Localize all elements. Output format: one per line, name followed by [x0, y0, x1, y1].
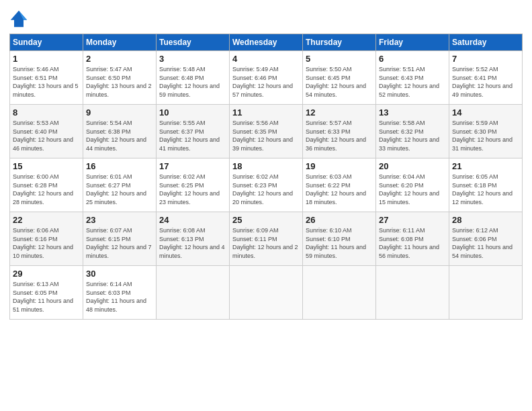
calendar-cell: 13Sunrise: 5:58 AMSunset: 6:32 PMDayligh…: [376, 105, 449, 158]
day-info: Sunrise: 6:02 AMSunset: 6:25 PMDaylight:…: [159, 173, 220, 205]
day-info: Sunrise: 6:00 AMSunset: 6:28 PMDaylight:…: [13, 173, 73, 205]
day-number: 26: [306, 215, 373, 225]
day-number: 14: [452, 107, 519, 118]
col-header-tuesday: Tuesday: [157, 34, 230, 51]
day-info: Sunrise: 5:48 AMSunset: 6:48 PMDaylight:…: [159, 66, 220, 98]
calendar-cell: 8Sunrise: 5:53 AMSunset: 6:40 PMDaylight…: [10, 105, 83, 158]
day-number: 28: [452, 215, 519, 225]
col-header-saturday: Saturday: [449, 34, 523, 51]
day-info: Sunrise: 6:08 AMSunset: 6:13 PMDaylight:…: [159, 227, 225, 259]
day-number: 25: [232, 215, 300, 225]
day-info: Sunrise: 5:54 AMSunset: 6:38 PMDaylight:…: [86, 120, 146, 152]
calendar-cell: 20Sunrise: 6:04 AMSunset: 6:20 PMDayligh…: [376, 158, 449, 212]
day-info: Sunrise: 6:03 AMSunset: 6:22 PMDaylight:…: [306, 173, 366, 205]
calendar-cell: 12Sunrise: 5:57 AMSunset: 6:33 PMDayligh…: [303, 105, 376, 158]
day-number: 16: [86, 161, 153, 171]
calendar-cell: 9Sunrise: 5:54 AMSunset: 6:38 PMDaylight…: [83, 105, 157, 158]
week-row-1: 1Sunrise: 5:46 AMSunset: 6:51 PMDaylight…: [10, 51, 523, 105]
day-number: 2: [86, 54, 153, 64]
calendar-table: SundayMondayTuesdayWednesdayThursdayFrid…: [9, 34, 523, 320]
calendar-cell: 7Sunrise: 5:52 AMSunset: 6:41 PMDaylight…: [449, 51, 523, 105]
calendar-cell: 25Sunrise: 6:09 AMSunset: 6:11 PMDayligh…: [230, 212, 303, 266]
day-info: Sunrise: 5:49 AMSunset: 6:46 PMDaylight:…: [232, 66, 293, 98]
day-number: 22: [13, 215, 80, 225]
calendar-cell: 6Sunrise: 5:51 AMSunset: 6:43 PMDaylight…: [376, 51, 449, 105]
day-info: Sunrise: 5:55 AMSunset: 6:37 PMDaylight:…: [159, 120, 220, 152]
day-info: Sunrise: 5:47 AMSunset: 6:50 PMDaylight:…: [86, 66, 152, 98]
day-info: Sunrise: 5:56 AMSunset: 6:35 PMDaylight:…: [232, 120, 293, 152]
col-header-friday: Friday: [376, 34, 449, 51]
calendar-container: SundayMondayTuesdayWednesdayThursdayFrid…: [0, 0, 532, 326]
day-number: 27: [379, 215, 446, 225]
calendar-cell: [157, 266, 230, 320]
calendar-cell: 29Sunrise: 6:13 AMSunset: 6:05 PMDayligh…: [10, 266, 83, 320]
day-number: 18: [232, 161, 300, 171]
week-row-5: 29Sunrise: 6:13 AMSunset: 6:05 PMDayligh…: [10, 266, 523, 320]
calendar-cell: 11Sunrise: 5:56 AMSunset: 6:35 PMDayligh…: [230, 105, 303, 158]
calendar-cell: 26Sunrise: 6:10 AMSunset: 6:10 PMDayligh…: [303, 212, 376, 266]
calendar-cell: 23Sunrise: 6:07 AMSunset: 6:15 PMDayligh…: [83, 212, 157, 266]
calendar-cell: [230, 266, 303, 320]
day-info: Sunrise: 5:46 AMSunset: 6:51 PMDaylight:…: [13, 66, 79, 98]
day-info: Sunrise: 6:10 AMSunset: 6:10 PMDaylight:…: [306, 227, 366, 259]
col-header-wednesday: Wednesday: [230, 34, 303, 51]
day-number: 1: [13, 54, 80, 64]
day-info: Sunrise: 6:09 AMSunset: 6:11 PMDaylight:…: [232, 227, 298, 259]
day-number: 15: [13, 161, 80, 171]
week-row-4: 22Sunrise: 6:06 AMSunset: 6:16 PMDayligh…: [10, 212, 523, 266]
col-header-monday: Monday: [83, 34, 157, 51]
day-number: 6: [379, 54, 446, 64]
day-number: 5: [306, 54, 373, 64]
calendar-cell: 24Sunrise: 6:08 AMSunset: 6:13 PMDayligh…: [157, 212, 230, 266]
day-info: Sunrise: 6:14 AMSunset: 6:03 PMDaylight:…: [86, 281, 146, 313]
logo: [9, 9, 30, 28]
day-info: Sunrise: 5:51 AMSunset: 6:43 PMDaylight:…: [379, 66, 439, 98]
day-number: 10: [159, 107, 226, 118]
day-number: 21: [452, 161, 519, 171]
calendar-cell: 21Sunrise: 6:05 AMSunset: 6:18 PMDayligh…: [449, 158, 523, 212]
day-number: 29: [13, 269, 80, 279]
day-number: 24: [159, 215, 226, 225]
day-info: Sunrise: 6:06 AMSunset: 6:16 PMDaylight:…: [13, 227, 73, 259]
day-info: Sunrise: 6:05 AMSunset: 6:18 PMDaylight:…: [452, 173, 513, 205]
calendar-cell: 3Sunrise: 5:48 AMSunset: 6:48 PMDaylight…: [157, 51, 230, 105]
day-info: Sunrise: 5:53 AMSunset: 6:40 PMDaylight:…: [13, 120, 73, 152]
calendar-cell: 15Sunrise: 6:00 AMSunset: 6:28 PMDayligh…: [10, 158, 83, 212]
day-number: 9: [86, 107, 153, 118]
day-info: Sunrise: 5:57 AMSunset: 6:33 PMDaylight:…: [306, 120, 366, 152]
col-header-thursday: Thursday: [303, 34, 376, 51]
calendar-cell: 5Sunrise: 5:50 AMSunset: 6:45 PMDaylight…: [303, 51, 376, 105]
calendar-cell: [376, 266, 449, 320]
day-number: 19: [306, 161, 373, 171]
header-row: SundayMondayTuesdayWednesdayThursdayFrid…: [10, 34, 523, 51]
day-number: 4: [232, 54, 300, 64]
calendar-cell: 22Sunrise: 6:06 AMSunset: 6:16 PMDayligh…: [10, 212, 83, 266]
calendar-cell: 1Sunrise: 5:46 AMSunset: 6:51 PMDaylight…: [10, 51, 83, 105]
calendar-cell: 17Sunrise: 6:02 AMSunset: 6:25 PMDayligh…: [157, 158, 230, 212]
day-info: Sunrise: 6:02 AMSunset: 6:23 PMDaylight:…: [232, 173, 293, 205]
day-number: 11: [232, 107, 300, 118]
day-number: 30: [86, 269, 153, 279]
day-info: Sunrise: 6:07 AMSunset: 6:15 PMDaylight:…: [86, 227, 152, 259]
day-info: Sunrise: 6:13 AMSunset: 6:05 PMDaylight:…: [13, 281, 73, 313]
calendar-cell: 19Sunrise: 6:03 AMSunset: 6:22 PMDayligh…: [303, 158, 376, 212]
day-number: 8: [13, 107, 80, 118]
calendar-cell: 16Sunrise: 6:01 AMSunset: 6:27 PMDayligh…: [83, 158, 157, 212]
calendar-cell: 18Sunrise: 6:02 AMSunset: 6:23 PMDayligh…: [230, 158, 303, 212]
week-row-3: 15Sunrise: 6:00 AMSunset: 6:28 PMDayligh…: [10, 158, 523, 212]
calendar-cell: 28Sunrise: 6:12 AMSunset: 6:06 PMDayligh…: [449, 212, 523, 266]
day-info: Sunrise: 6:11 AMSunset: 6:08 PMDaylight:…: [379, 227, 439, 259]
calendar-cell: 27Sunrise: 6:11 AMSunset: 6:08 PMDayligh…: [376, 212, 449, 266]
day-info: Sunrise: 6:01 AMSunset: 6:27 PMDaylight:…: [86, 173, 146, 205]
calendar-cell: 4Sunrise: 5:49 AMSunset: 6:46 PMDaylight…: [230, 51, 303, 105]
day-number: 3: [159, 54, 226, 64]
day-info: Sunrise: 5:50 AMSunset: 6:45 PMDaylight:…: [306, 66, 366, 98]
day-number: 17: [159, 161, 226, 171]
day-number: 7: [452, 54, 519, 64]
day-number: 12: [306, 107, 373, 118]
calendar-cell: 30Sunrise: 6:14 AMSunset: 6:03 PMDayligh…: [83, 266, 157, 320]
calendar-cell: 14Sunrise: 5:59 AMSunset: 6:30 PMDayligh…: [449, 105, 523, 158]
header: [9, 7, 523, 28]
day-number: 13: [379, 107, 446, 118]
day-number: 23: [86, 215, 153, 225]
